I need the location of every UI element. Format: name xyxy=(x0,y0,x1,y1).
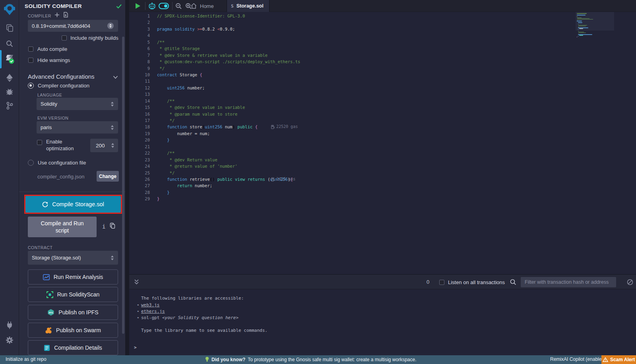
contract-select[interactable]: Storage (Storage.sol) xyxy=(28,251,118,265)
code-line[interactable]: * @param num value to store xyxy=(157,111,572,117)
search-icon[interactable] xyxy=(0,37,19,51)
code-line[interactable]: // SPDX-License-Identifier: GPL-3.0 xyxy=(157,13,572,19)
ethers-link[interactable]: ethers.js xyxy=(141,309,165,314)
clear-console-icon[interactable] xyxy=(627,279,633,285)
add-compiler-icon[interactable] xyxy=(54,12,60,17)
code-line[interactable]: function retrieve() public view returns … xyxy=(157,176,572,182)
tab-storage-sol[interactable]: S Storage.sol xyxy=(227,0,270,12)
code-line[interactable]: } xyxy=(157,137,572,143)
tip-title: Did you know? xyxy=(211,357,245,362)
web3-link[interactable]: web3.js xyxy=(141,302,159,308)
copilot-toggle[interactable] xyxy=(159,3,169,9)
code-line[interactable]: } xyxy=(157,189,572,196)
include-nightly-checkbox[interactable] xyxy=(62,35,67,41)
remix-logo[interactable] xyxy=(0,2,19,17)
optimization-runs-input[interactable]: 200 xyxy=(90,139,118,152)
evm-version-label: EVM VERSION xyxy=(37,116,68,120)
hide-warnings-checkbox[interactable] xyxy=(28,58,33,63)
code-line[interactable]: * @dev Store value in variable xyxy=(157,104,572,110)
code-line[interactable]: /** xyxy=(157,98,572,104)
line-number: 7 xyxy=(129,52,150,58)
evm-version-select[interactable]: paris xyxy=(37,121,118,134)
code-line[interactable]: */ xyxy=(157,170,572,176)
compilation-details-button[interactable]: Compilation Details xyxy=(28,340,118,355)
git-icon[interactable] xyxy=(0,99,19,113)
import-compiler-icon[interactable] xyxy=(63,12,68,18)
code-editor[interactable]: 1234567891011121314151617181920212223242… xyxy=(129,12,636,286)
evm-version-value: paris xyxy=(41,124,52,130)
code-line[interactable] xyxy=(157,143,572,150)
compile-button-label: Compile Storage.sol xyxy=(52,201,104,207)
listen-all-transactions-checkbox[interactable] xyxy=(439,280,444,285)
side-panel-scrollbar[interactable] xyxy=(122,37,124,334)
stepper-arrows-icon[interactable] xyxy=(111,143,114,148)
transaction-filter-input[interactable] xyxy=(521,277,616,287)
code-line[interactable] xyxy=(157,19,572,25)
optimization-runs-value: 200 xyxy=(96,143,105,149)
code-line[interactable]: return number; xyxy=(157,182,572,189)
code-line[interactable]: pragma solidity >=0.8.2 <0.9.0; xyxy=(157,26,572,32)
code-line[interactable]: function store(uint256 num) public {2252… xyxy=(157,124,572,130)
publish-on-swarm-button[interactable]: Publish on Swarm xyxy=(28,323,118,338)
info-icon[interactable]: i xyxy=(102,223,105,230)
code-line[interactable]: * @dev Return value xyxy=(157,157,572,163)
details-icon xyxy=(44,345,50,351)
code-line[interactable]: * @return value of 'number' xyxy=(157,163,572,169)
run-script-play-icon[interactable] xyxy=(135,3,141,9)
copy-icon[interactable] xyxy=(110,223,115,229)
minimap[interactable] xyxy=(576,12,614,286)
compiler-config-label: Compiler configuration xyxy=(38,83,89,89)
code-line[interactable]: } xyxy=(157,196,572,202)
code-line[interactable]: uint256 number; xyxy=(157,85,572,91)
scam-alert-button[interactable]: Scam Alert xyxy=(601,355,636,364)
advanced-config-header[interactable]: Advanced Configurations xyxy=(28,73,95,80)
code-line[interactable]: /** xyxy=(157,150,572,156)
debugger-icon[interactable] xyxy=(0,84,19,99)
code-line[interactable]: */ xyxy=(157,117,572,124)
settings-icon[interactable] xyxy=(0,333,19,347)
tab-home[interactable]: Home xyxy=(191,0,214,12)
did-you-know-tip: Did you know? To prototype using the Gno… xyxy=(205,356,417,362)
code-line[interactable] xyxy=(157,78,572,84)
terminal-prompt[interactable]: > xyxy=(134,345,137,350)
deploy-run-icon[interactable] xyxy=(0,71,19,85)
code-line[interactable] xyxy=(157,91,572,97)
solidity-compiler-icon[interactable] xyxy=(0,52,19,68)
compile-and-run-button[interactable]: Compile and Run script xyxy=(28,217,97,237)
plugin-manager-icon[interactable] xyxy=(0,318,19,332)
search-transactions-icon[interactable] xyxy=(510,279,516,285)
zoom-out-icon[interactable] xyxy=(175,3,182,10)
code-line[interactable]: * @dev Store & retrieve value in a varia… xyxy=(157,52,572,58)
copilot-status[interactable]: RemixAI Copilot (enabled) xyxy=(550,356,606,362)
code-line[interactable]: */ xyxy=(157,65,572,72)
compiler-version-select[interactable]: 0.8.19+commit.7dd6d404 xyxy=(28,20,118,32)
compile-run-label-2: script xyxy=(56,227,69,234)
code-line[interactable]: /** xyxy=(157,39,572,45)
line-number: 8 xyxy=(129,58,150,65)
run-solidityscan-button[interactable]: Run SolidityScan xyxy=(28,287,118,302)
compiler-config-radio[interactable] xyxy=(28,83,34,89)
panel-resize-handle[interactable] xyxy=(125,0,129,355)
chevron-down-icon[interactable] xyxy=(113,76,118,79)
code-line[interactable]: contract Storage { xyxy=(157,72,572,78)
publish-on-ipfs-button[interactable]: IPFS Publish on IPFS xyxy=(28,305,118,320)
ai-assistant-icon[interactable] xyxy=(148,2,156,10)
file-explorer-icon[interactable] xyxy=(0,21,19,35)
code-line[interactable]: * @custom:dev-run-script ./scripts/deplo… xyxy=(157,58,572,65)
auto-compile-checkbox[interactable] xyxy=(28,46,33,52)
change-config-button[interactable]: Change xyxy=(97,171,119,182)
code-line[interactable] xyxy=(157,32,572,39)
enable-optimization-checkbox[interactable] xyxy=(37,140,42,145)
panel-title: SOLIDITY COMPILER xyxy=(25,3,82,9)
use-config-file-radio[interactable] xyxy=(28,160,34,166)
git-init-button[interactable]: Initialize as git repo xyxy=(6,356,47,362)
language-select[interactable]: Solidity xyxy=(37,98,118,110)
code-line[interactable]: * @title Storage xyxy=(157,45,572,52)
terminal-output[interactable]: The following libraries are accessible: … xyxy=(129,289,636,355)
compile-button[interactable]: Compile Storage.sol xyxy=(25,196,121,213)
code-line[interactable]: number = num; xyxy=(157,130,572,137)
run-remix-analysis-button[interactable]: Run Remix Analysis xyxy=(28,269,118,285)
code-content[interactable]: // SPDX-License-Identifier: GPL-3.0pragm… xyxy=(157,13,572,202)
action-label: Run Remix Analysis xyxy=(54,274,103,280)
collapse-terminal-icon[interactable] xyxy=(134,279,139,285)
